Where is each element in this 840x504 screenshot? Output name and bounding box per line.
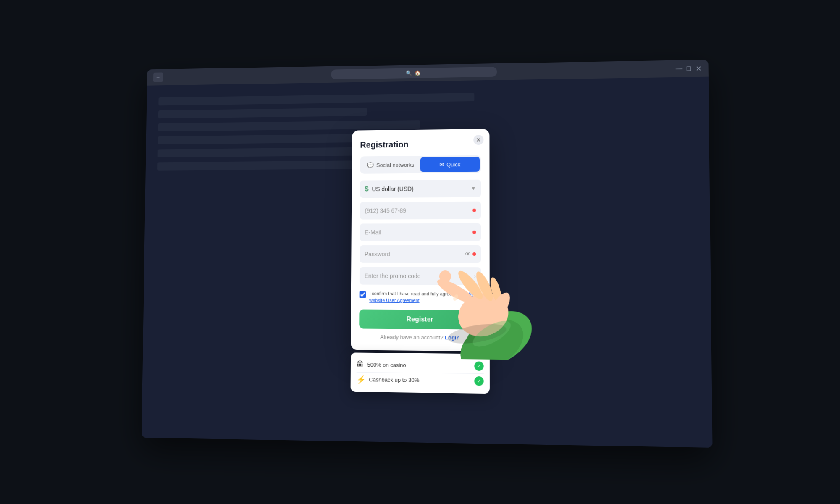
bg-text-3 bbox=[158, 120, 420, 131]
bonus-cashback-left: ⚡ Cashback up to 30% bbox=[357, 375, 420, 385]
browser-window-controls: — □ ✕ bbox=[676, 66, 701, 72]
password-input[interactable] bbox=[365, 251, 465, 257]
bonus-casino-check: ✓ bbox=[474, 361, 483, 371]
home-icon: 🏠 bbox=[415, 70, 421, 76]
browser-content: Registration ✕ 💬 Social networks ✉ Quick bbox=[142, 77, 712, 448]
agreement-checkbox[interactable] bbox=[360, 291, 366, 298]
promo-input[interactable] bbox=[365, 273, 474, 280]
promo-chevron-icon: › bbox=[474, 273, 476, 279]
bonus-cashback-check: ✓ bbox=[474, 376, 483, 386]
restore-button[interactable]: □ bbox=[685, 66, 692, 71]
bonus-casino-icon: 🏛 bbox=[357, 360, 364, 369]
quick-tab[interactable]: ✉ Quick bbox=[420, 157, 480, 172]
email-input[interactable] bbox=[365, 229, 472, 236]
password-error-indicator bbox=[472, 252, 476, 256]
bg-text-5 bbox=[158, 147, 367, 158]
social-icon: 💬 bbox=[367, 162, 374, 168]
bonuses-panel: 🏛 500% on casino ✓ ⚡ Cashback up to 30% … bbox=[351, 352, 490, 394]
phone-input[interactable] bbox=[365, 207, 472, 214]
currency-left: $ US dollar (USD) bbox=[365, 185, 414, 193]
bg-text-2 bbox=[158, 108, 367, 118]
bonus-casino-left: 🏛 500% on casino bbox=[357, 360, 406, 370]
browser-back-button[interactable]: ← bbox=[153, 72, 163, 82]
currency-selector[interactable]: $ US dollar (USD) ▼ bbox=[360, 180, 481, 198]
password-input-wrapper: 👁 bbox=[360, 245, 481, 263]
browser-address-bar[interactable]: 🔍 🏠 bbox=[331, 67, 497, 79]
login-prompt-text: Already have an account? bbox=[380, 334, 443, 341]
agreement-text-before: I confirm that I have read and fully agr… bbox=[369, 291, 459, 297]
email-input-wrapper bbox=[360, 223, 481, 241]
close-button[interactable]: ✕ bbox=[695, 66, 701, 71]
agreement-area: I confirm that I have read and fully agr… bbox=[360, 291, 481, 304]
browser-window: ← 🔍 🏠 — □ ✕ Registration bbox=[142, 60, 712, 448]
bonus-cashback-label: Cashback up to 30% bbox=[369, 377, 419, 384]
currency-label: US dollar (USD) bbox=[372, 186, 413, 192]
bonus-item-casino: 🏛 500% on casino ✓ bbox=[357, 357, 484, 373]
minimize-button[interactable]: — bbox=[676, 66, 682, 71]
bonus-cashback-icon: ⚡ bbox=[357, 375, 366, 384]
register-button[interactable]: Register bbox=[359, 309, 481, 329]
back-icon: ← bbox=[156, 74, 160, 80]
quick-tab-label: Quick bbox=[446, 161, 460, 168]
bonus-item-cashback: ⚡ Cashback up to 30% ✓ bbox=[357, 372, 484, 388]
email-error-indicator bbox=[472, 231, 476, 234]
quick-icon: ✉ bbox=[439, 161, 444, 168]
social-networks-tab[interactable]: 💬 Social networks bbox=[361, 157, 420, 173]
agreement-label: I confirm that I have read and fully agr… bbox=[369, 291, 481, 304]
phone-error-indicator bbox=[472, 209, 476, 212]
bonus-casino-label: 500% on casino bbox=[368, 362, 406, 368]
search-icon: 🔍 bbox=[406, 70, 412, 76]
promo-input-wrapper: › bbox=[360, 267, 481, 285]
modal-close-button[interactable]: ✕ bbox=[473, 135, 483, 145]
browser-controls: ← bbox=[153, 72, 163, 82]
modal-title: Registration bbox=[360, 139, 481, 150]
registration-modal: Registration ✕ 💬 Social networks ✉ Quick bbox=[351, 129, 490, 351]
bg-text-1 bbox=[158, 93, 474, 105]
currency-chevron-icon: ▼ bbox=[471, 186, 476, 192]
tab-switcher: 💬 Social networks ✉ Quick bbox=[360, 155, 481, 174]
social-tab-label: Social networks bbox=[376, 162, 414, 168]
login-link-area: Already have an account? Login bbox=[359, 333, 481, 341]
modal-scene: Registration ✕ 💬 Social networks ✉ Quick bbox=[351, 129, 490, 394]
password-eye-icon[interactable]: 👁 bbox=[465, 251, 471, 257]
login-link[interactable]: Login bbox=[445, 334, 460, 341]
phone-input-wrapper bbox=[360, 202, 481, 220]
currency-dollar-icon: $ bbox=[365, 185, 369, 193]
